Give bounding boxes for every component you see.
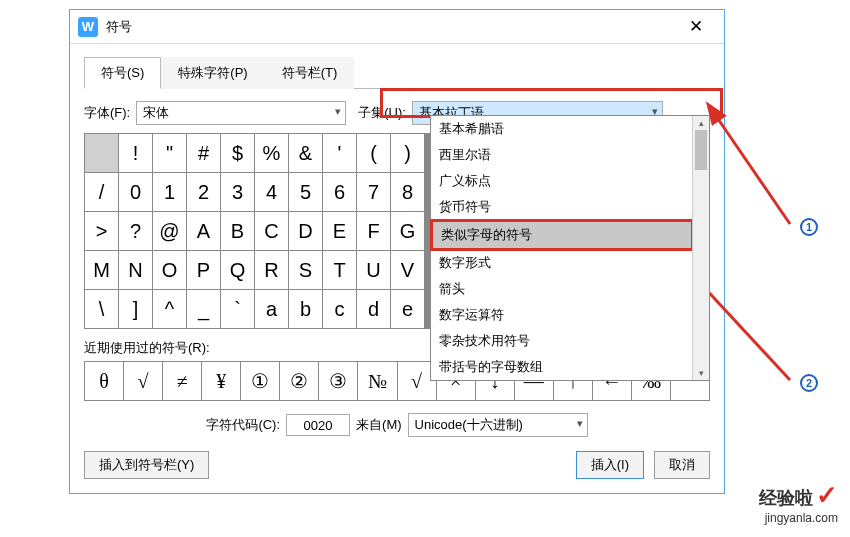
dropdown-item[interactable]: 零杂技术用符号 [431, 328, 709, 354]
grid-cell[interactable]: " [153, 134, 186, 172]
svg-line-0 [716, 116, 790, 224]
insert-to-bar-button[interactable]: 插入到符号栏(Y) [84, 451, 209, 479]
scroll-down-icon[interactable]: ▾ [693, 366, 709, 380]
grid-cell[interactable]: ( [357, 134, 390, 172]
subset-dropdown[interactable]: ▴ ▾ 基本希腊语西里尔语广义标点货币符号类似字母的符号数字形式箭头数字运算符零… [430, 115, 710, 381]
grid-cell[interactable]: B [221, 212, 254, 250]
grid-cell[interactable]: > [85, 212, 118, 250]
grid-cell[interactable]: 7 [357, 173, 390, 211]
from-select[interactable] [408, 413, 588, 437]
grid-cell[interactable]: ^ [153, 290, 186, 328]
recent-cell[interactable]: ① [241, 362, 279, 400]
grid-cell[interactable]: 2 [187, 173, 220, 211]
grid-cell[interactable]: ? [119, 212, 152, 250]
grid-cell[interactable]: R [255, 251, 288, 289]
insert-button[interactable]: 插入(I) [576, 451, 644, 479]
grid-cell[interactable]: 1 [153, 173, 186, 211]
grid-cell[interactable]: U [357, 251, 390, 289]
grid-cell[interactable]: ] [119, 290, 152, 328]
grid-cell[interactable]: # [187, 134, 220, 172]
recent-cell[interactable]: θ [85, 362, 123, 400]
dropdown-item[interactable]: 基本希腊语 [431, 116, 709, 142]
grid-cell[interactable]: 3 [221, 173, 254, 211]
grid-cell[interactable]: & [289, 134, 322, 172]
recent-cell[interactable]: √ [124, 362, 162, 400]
titlebar: W 符号 ✕ [70, 10, 724, 44]
dropdown-item[interactable]: 数字形式 [431, 250, 709, 276]
from-label: 来自(M) [356, 416, 402, 434]
window-title: 符号 [106, 18, 676, 36]
grid-cell[interactable]: ' [323, 134, 356, 172]
app-icon: W [78, 17, 98, 37]
grid-cell[interactable]: / [85, 173, 118, 211]
grid-cell[interactable]: c [323, 290, 356, 328]
dropdown-item[interactable]: 西里尔语 [431, 142, 709, 168]
grid-cell[interactable]: \ [85, 290, 118, 328]
dropdown-item[interactable]: 数字运算符 [431, 302, 709, 328]
grid-cell[interactable]: G [391, 212, 424, 250]
grid-cell[interactable]: 4 [255, 173, 288, 211]
grid-cell[interactable]: P [187, 251, 220, 289]
grid-cell[interactable]: T [323, 251, 356, 289]
tab-special[interactable]: 特殊字符(P) [161, 57, 264, 89]
grid-cell[interactable]: e [391, 290, 424, 328]
annotation-1: 1 [800, 218, 818, 236]
recent-cell[interactable]: ≠ [163, 362, 201, 400]
font-label: 字体(F): [84, 104, 130, 122]
watermark: 经验啦 ✓ jingyanla.com [759, 480, 838, 525]
grid-cell[interactable]: C [255, 212, 288, 250]
grid-cell[interactable]: Q [221, 251, 254, 289]
dropdown-item[interactable]: 箭头 [431, 276, 709, 302]
annotation-box-subset [380, 88, 723, 118]
grid-cell[interactable]: S [289, 251, 322, 289]
grid-cell[interactable]: ) [391, 134, 424, 172]
grid-cell[interactable]: d [357, 290, 390, 328]
grid-cell[interactable]: ` [221, 290, 254, 328]
grid-cell[interactable]: % [255, 134, 288, 172]
grid-cell[interactable]: @ [153, 212, 186, 250]
font-select[interactable] [136, 101, 346, 125]
grid-cell[interactable]: 5 [289, 173, 322, 211]
dropdown-item[interactable]: 货币符号 [431, 194, 709, 220]
grid-cell[interactable]: V [391, 251, 424, 289]
grid-cell[interactable]: D [289, 212, 322, 250]
scroll-up-icon[interactable]: ▴ [693, 116, 709, 130]
grid-cell[interactable]: 0 [119, 173, 152, 211]
tab-bar[interactable]: 符号栏(T) [265, 57, 355, 89]
grid-cell[interactable]: a [255, 290, 288, 328]
annotation-2: 2 [800, 374, 818, 392]
grid-cell[interactable]: 8 [391, 173, 424, 211]
cancel-button[interactable]: 取消 [654, 451, 710, 479]
close-button[interactable]: ✕ [676, 12, 716, 42]
dropdown-item[interactable]: 类似字母的符号 [433, 222, 691, 248]
code-label: 字符代码(C): [206, 416, 280, 434]
scrollbar[interactable]: ▴ ▾ [692, 116, 709, 380]
dropdown-item[interactable]: 广义标点 [431, 168, 709, 194]
grid-cell[interactable]: E [323, 212, 356, 250]
dropdown-item[interactable]: 带括号的字母数组 [431, 354, 709, 380]
recent-cell[interactable]: ③ [319, 362, 357, 400]
grid-cell[interactable] [85, 134, 118, 172]
recent-cell[interactable]: № [358, 362, 396, 400]
grid-cell[interactable]: b [289, 290, 322, 328]
grid-cell[interactable]: A [187, 212, 220, 250]
scroll-thumb[interactable] [695, 130, 707, 170]
recent-cell[interactable]: ¥ [202, 362, 240, 400]
grid-cell[interactable]: F [357, 212, 390, 250]
grid-cell[interactable]: $ [221, 134, 254, 172]
grid-cell[interactable]: 6 [323, 173, 356, 211]
grid-cell[interactable]: O [153, 251, 186, 289]
grid-cell[interactable]: _ [187, 290, 220, 328]
grid-cell[interactable]: N [119, 251, 152, 289]
code-input[interactable] [286, 414, 350, 436]
tab-strip: 符号(S) 特殊字符(P) 符号栏(T) [84, 56, 710, 89]
grid-cell[interactable]: M [85, 251, 118, 289]
recent-cell[interactable]: ② [280, 362, 318, 400]
tab-symbols[interactable]: 符号(S) [84, 57, 161, 89]
grid-cell[interactable]: ! [119, 134, 152, 172]
